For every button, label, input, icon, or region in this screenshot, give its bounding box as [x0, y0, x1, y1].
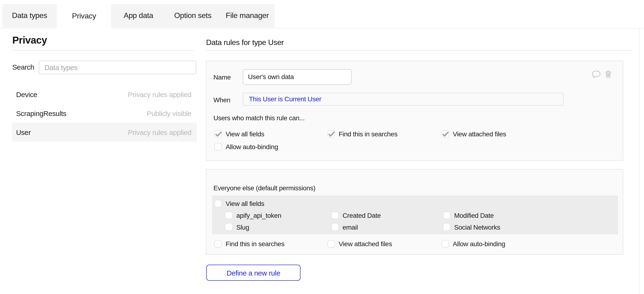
checkbox-allow-auto-binding-default[interactable]: Allow auto-binding: [441, 240, 505, 248]
checkbox-field-slug[interactable]: Slug: [225, 223, 249, 231]
checkbox-field-modified-date[interactable]: Modified Date: [443, 212, 494, 219]
comment-icon[interactable]: [592, 71, 600, 78]
checkbox-find-in-searches[interactable]: Find this in searches: [327, 130, 398, 138]
privacy-status: Privacy rules applied: [128, 128, 192, 136]
tab-bar: Data types Privacy App data Option sets …: [2, 4, 274, 28]
data-type-row-user[interactable]: User Privacy rules applied: [12, 123, 196, 142]
tab-file-manager[interactable]: File manager: [220, 4, 274, 28]
name-label: Name: [214, 73, 231, 81]
checkbox-field-email[interactable]: email: [331, 223, 358, 231]
checkbox-view-all-fields[interactable]: View all fields: [214, 130, 264, 138]
when-label: When: [214, 96, 230, 103]
main-heading: Data rules for type User: [206, 38, 284, 47]
data-type-row-scrapingresults[interactable]: ScrapingResults Publicly visible: [12, 104, 196, 123]
checkbox-field-social-networks[interactable]: Social Networks: [443, 223, 500, 231]
rule-when-input[interactable]: This User is Current User: [243, 93, 564, 106]
checkbox-find-in-searches-default[interactable]: Find this in searches: [214, 240, 284, 248]
default-permissions-card: Everyone else (default permissions) View…: [206, 169, 623, 254]
checkbox-allow-auto-binding[interactable]: Allow auto-binding: [214, 143, 278, 151]
checkbox-field-apify-api-token[interactable]: apify_api_token: [225, 212, 281, 219]
default-permissions-title: Everyone else (default permissions): [214, 184, 316, 191]
trash-icon[interactable]: [605, 71, 611, 78]
privacy-status: Publicly visible: [147, 109, 192, 117]
privacy-status: Privacy rules applied: [128, 90, 192, 98]
rule-card: Name When This User is Current User User…: [206, 60, 623, 161]
data-type-row-device[interactable]: Device Privacy rules applied: [12, 85, 196, 104]
checkbox-view-attached-files-default[interactable]: View attached files: [327, 240, 392, 248]
checkbox-view-attached-files[interactable]: View attached files: [441, 130, 506, 138]
right-panel-divider: [639, 28, 640, 294]
search-label: Search: [12, 63, 34, 71]
tab-privacy[interactable]: Privacy: [57, 4, 111, 28]
rule-name-input[interactable]: [243, 69, 352, 85]
tab-data-types[interactable]: Data types: [2, 4, 57, 28]
privacy-settings-page: Data types Privacy App data Option sets …: [0, 0, 644, 294]
checkbox-view-all-fields-default[interactable]: View all fields: [214, 200, 264, 207]
sidebar-divider: [12, 50, 194, 51]
match-text: Users who match this rule can...: [214, 114, 305, 121]
search-input[interactable]: [39, 61, 196, 74]
tab-option-sets[interactable]: Option sets: [166, 4, 220, 28]
page-title: Privacy: [12, 35, 47, 46]
checkbox-field-created-date[interactable]: Created Date: [331, 212, 381, 219]
tab-app-data[interactable]: App data: [111, 4, 166, 28]
define-new-rule-button[interactable]: Define a new rule: [206, 265, 301, 281]
main-divider: [206, 50, 632, 51]
